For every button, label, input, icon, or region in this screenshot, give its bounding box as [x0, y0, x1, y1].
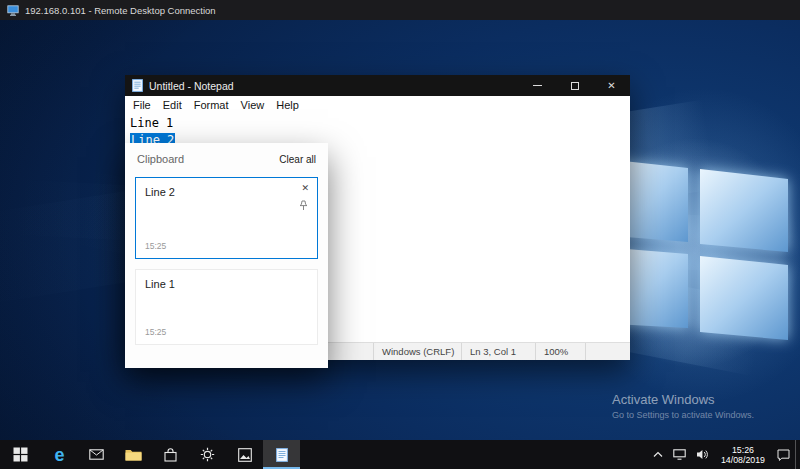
- maximize-icon: [571, 82, 579, 90]
- notepad-menu-bar: File Edit Format View Help: [125, 96, 630, 113]
- clipboard-title: Clipboard: [137, 153, 184, 165]
- taskbar: e: [0, 440, 800, 469]
- minimize-button[interactable]: [519, 75, 556, 96]
- mail-icon: [89, 449, 104, 460]
- watermark-subtitle: Go to Settings to activate Windows.: [612, 410, 754, 420]
- window-controls: ✕: [519, 75, 630, 96]
- notepad-icon: [276, 448, 288, 462]
- clock-time: 15:26: [721, 445, 765, 455]
- taskbar-notepad-button[interactable]: [263, 440, 300, 469]
- status-cell-empty: [585, 343, 630, 360]
- clipboard-item-text: Line 2: [145, 186, 308, 198]
- taskbar-photos-button[interactable]: [226, 440, 263, 469]
- window-title: Untitled - Notepad: [149, 80, 234, 92]
- windows-logo-wallpaper: [600, 138, 800, 373]
- menu-file[interactable]: File: [127, 99, 157, 111]
- maximize-button[interactable]: [556, 75, 593, 96]
- photos-icon: [238, 448, 252, 462]
- tray-network[interactable]: [668, 440, 691, 469]
- taskbar-edge-button[interactable]: e: [41, 440, 78, 469]
- file-explorer-icon: [125, 448, 142, 461]
- action-center-icon: [777, 449, 790, 461]
- network-icon: [673, 449, 686, 460]
- clipboard-item[interactable]: Line 1 15:25: [135, 269, 318, 345]
- text-line: Line 1: [130, 115, 625, 132]
- clear-all-button[interactable]: Clear all: [279, 154, 316, 165]
- edge-icon: e: [54, 446, 64, 464]
- delete-item-button[interactable]: ✕: [301, 184, 309, 193]
- chevron-up-icon: [653, 451, 663, 458]
- activate-windows-watermark: Activate Windows Go to Settings to activ…: [612, 392, 754, 420]
- tray-show-hidden-icons[interactable]: [648, 440, 668, 469]
- clipboard-header: Clipboard Clear all: [125, 143, 328, 169]
- status-zoom-level: 100%: [535, 343, 585, 360]
- minimize-icon: [533, 85, 542, 86]
- clipboard-item[interactable]: Line 2 ✕ 15:25: [135, 177, 318, 259]
- rdp-computer-icon: [7, 5, 19, 16]
- taskbar-store-button[interactable]: [152, 440, 189, 469]
- clipboard-item-time: 15:25: [145, 327, 166, 337]
- notepad-title-bar[interactable]: Untitled - Notepad ✕: [125, 75, 630, 96]
- pin-icon[interactable]: [299, 200, 308, 211]
- gear-icon: [200, 447, 215, 462]
- clock-date: 14/08/2019: [721, 455, 765, 465]
- speaker-icon: [696, 449, 709, 460]
- rdp-title: 192.168.0.101 - Remote Desktop Connectio…: [25, 5, 216, 16]
- start-button[interactable]: [0, 440, 41, 469]
- show-desktop-button[interactable]: [795, 440, 800, 469]
- clipboard-item-text: Line 1: [145, 278, 308, 290]
- remote-desktop-screen: 192.168.0.101 - Remote Desktop Connectio…: [0, 0, 800, 469]
- clipboard-item-time: 15:25: [145, 241, 166, 251]
- taskbar-settings-button[interactable]: [189, 440, 226, 469]
- menu-help[interactable]: Help: [270, 99, 305, 111]
- taskbar-file-explorer-button[interactable]: [115, 440, 152, 469]
- system-tray: 15:26 14/08/2019: [648, 440, 800, 469]
- close-icon: ✕: [607, 81, 615, 91]
- tray-clock[interactable]: 15:26 14/08/2019: [714, 440, 772, 469]
- action-center-button[interactable]: [772, 440, 795, 469]
- menu-edit[interactable]: Edit: [157, 99, 188, 111]
- status-line-ending: Windows (CRLF): [373, 343, 461, 360]
- store-icon: [164, 448, 177, 462]
- rdp-title-bar[interactable]: 192.168.0.101 - Remote Desktop Connectio…: [0, 0, 800, 20]
- windows-start-icon: [13, 447, 28, 462]
- taskbar-mail-button[interactable]: [78, 440, 115, 469]
- tray-volume[interactable]: [691, 440, 714, 469]
- watermark-title: Activate Windows: [612, 392, 754, 407]
- notepad-app-icon: [132, 79, 143, 92]
- close-button[interactable]: ✕: [593, 75, 630, 96]
- clipboard-panel: Clipboard Clear all Line 2 ✕ 15:25 Line …: [125, 143, 328, 368]
- status-cursor-position: Ln 3, Col 1: [461, 343, 535, 360]
- menu-view[interactable]: View: [235, 99, 271, 111]
- menu-format[interactable]: Format: [188, 99, 235, 111]
